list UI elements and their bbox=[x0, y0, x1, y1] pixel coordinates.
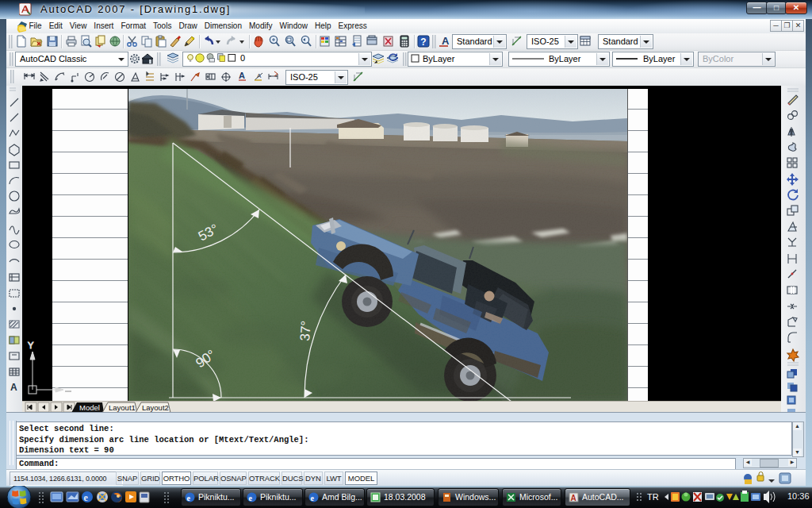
svg-text:37°: 37° bbox=[297, 320, 314, 341]
svg-text:A: A bbox=[571, 494, 576, 502]
svg-text:A: A bbox=[257, 72, 262, 79]
svg-text:e: e bbox=[249, 494, 253, 502]
svg-text:Layout2: Layout2 bbox=[142, 403, 169, 412]
svg-text:Y: Y bbox=[28, 341, 34, 350]
svg-text:A: A bbox=[239, 71, 245, 80]
svg-text:TR: TR bbox=[647, 492, 659, 502]
svg-text:Layout1: Layout1 bbox=[109, 403, 136, 412]
svg-text:Model: Model bbox=[79, 403, 100, 412]
svg-text:e: e bbox=[84, 492, 89, 503]
svg-text:0: 0 bbox=[240, 53, 245, 63]
svg-text:?: ? bbox=[420, 37, 426, 48]
svg-text:A: A bbox=[10, 382, 17, 393]
svg-text:e: e bbox=[187, 494, 191, 502]
svg-text:A: A bbox=[442, 35, 450, 47]
svg-text:e: e bbox=[311, 494, 315, 502]
